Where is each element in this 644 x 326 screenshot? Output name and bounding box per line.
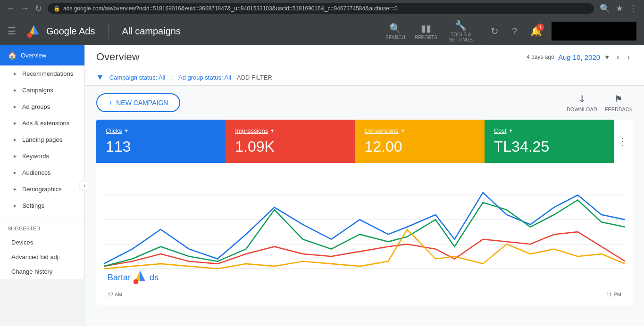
- hamburger-menu[interactable]: ☰: [8, 25, 16, 37]
- bookmark-icon[interactable]: ★: [614, 1, 625, 16]
- sidebar-container: 🏠 Overview ► Recommendations ► Campaigns…: [0, 45, 85, 326]
- download-label: DOWNLOAD: [567, 106, 597, 112]
- app-body: 🏠 Overview ► Recommendations ► Campaigns…: [0, 45, 644, 326]
- account-block[interactable]: [552, 22, 636, 41]
- more-options-icon[interactable]: ⋮: [618, 136, 627, 147]
- forward-button[interactable]: →: [19, 2, 31, 16]
- download-button[interactable]: ⇓ DOWNLOAD: [567, 93, 597, 112]
- sidebar-item-change-history[interactable]: Change history: [0, 264, 84, 279]
- metric-card-conversions[interactable]: Conversions ▼ 12.00: [355, 120, 485, 163]
- feedback-button[interactable]: ⚑ FEEDBACK: [605, 93, 633, 112]
- sidebar-item-ad-groups[interactable]: ► Ad groups: [0, 98, 84, 115]
- ad-group-status-value: All: [225, 74, 231, 81]
- clicks-label: Clicks: [106, 127, 122, 134]
- sidebar-item-keywords[interactable]: ► Keywords: [0, 148, 84, 164]
- impressions-dropdown-icon[interactable]: ▼: [270, 128, 275, 133]
- sidebar-item-audiences[interactable]: ► Audiences: [0, 164, 84, 181]
- tools-tool[interactable]: 🔧 TOOLS & SETTINGS: [447, 20, 475, 42]
- arrow-icon: ►: [13, 137, 17, 142]
- sidebar-collapse-button[interactable]: ›: [79, 180, 90, 191]
- add-filter-button[interactable]: ADD FILTER: [237, 74, 272, 81]
- address-bar[interactable]: 🔒 ads.google.com/aw/overview?ocid=518169…: [48, 3, 594, 14]
- conversions-dropdown-icon[interactable]: ▼: [401, 128, 405, 133]
- cost-dropdown-icon[interactable]: ▼: [508, 128, 513, 133]
- sidebar-label-campaigns: Campaigns: [22, 87, 53, 94]
- watermark: Bartar ds: [108, 269, 159, 286]
- back-button[interactable]: ←: [5, 2, 17, 16]
- tools-label: TOOLS & SETTINGS: [447, 32, 475, 42]
- clicks-header: Clicks ▼: [106, 127, 216, 134]
- refresh-button[interactable]: ↻: [33, 1, 44, 16]
- start-time-label: 12 AM: [108, 292, 122, 297]
- feedback-label: FEEDBACK: [605, 106, 633, 112]
- notification-badge: 1: [536, 24, 544, 31]
- date-dropdown-button[interactable]: ▼: [604, 54, 610, 61]
- campaign-status-value: All: [159, 74, 165, 81]
- cost-label: Cost: [494, 127, 507, 134]
- reports-tool[interactable]: ▮▮ REPORTS: [415, 23, 437, 40]
- sidebar-item-ads-extensions[interactable]: ► Ads & extensions: [0, 115, 84, 131]
- browser-bar: ← → ↻ 🔒 ads.google.com/aw/overview?ocid=…: [0, 0, 644, 17]
- conversions-header: Conversions ▼: [365, 127, 475, 134]
- sidebar-item-campaigns[interactable]: ► Campaigns: [0, 82, 84, 98]
- sidebar-item-advanced-bid[interactable]: Advanced bid adj.: [0, 250, 84, 264]
- action-right: ⇓ DOWNLOAD ⚑ FEEDBACK: [567, 93, 633, 112]
- notifications-button[interactable]: 🔔 1: [527, 22, 546, 41]
- sidebar-item-recommendations[interactable]: ► Recommendations: [0, 65, 84, 82]
- nav-divider: [108, 24, 109, 39]
- ad-group-status-filter[interactable]: Ad group status: All: [178, 74, 231, 81]
- refresh-nav-button[interactable]: ↻: [487, 22, 502, 41]
- browser-actions[interactable]: 🔍 ★ ⋮: [598, 1, 639, 16]
- new-campaign-button[interactable]: + NEW CAMPAIGN: [96, 93, 180, 112]
- watermark-text-2: ds: [150, 273, 159, 283]
- performance-chart: [104, 171, 625, 288]
- download-icon: ⇓: [578, 93, 586, 105]
- brand-name: Google Ads: [46, 26, 95, 37]
- sidebar-item-settings[interactable]: ► Settings: [0, 197, 84, 214]
- plus-icon: +: [109, 99, 112, 106]
- metrics-container: Clicks ▼ 113 Impressions ▼ 1.09K: [96, 120, 633, 305]
- reports-tool-icon: ▮▮: [421, 23, 431, 34]
- help-button[interactable]: ?: [508, 22, 521, 41]
- next-date-button[interactable]: ›: [624, 51, 633, 63]
- main-content: Overview 4 days ago Aug 10, 2020 ▼ ‹ › ▼…: [85, 45, 644, 326]
- arrow-icon: ►: [13, 203, 17, 208]
- sidebar-label-devices: Devices: [11, 239, 33, 246]
- content-area: + NEW CAMPAIGN ⇓ DOWNLOAD ⚑ FEEDBACK: [85, 86, 644, 314]
- svg-marker-2: [34, 25, 39, 34]
- arrow-icon: ►: [13, 121, 17, 126]
- clicks-dropdown-icon[interactable]: ▼: [124, 128, 129, 133]
- sidebar-item-demographics[interactable]: ► Demographics: [0, 181, 84, 197]
- metric-card-cost[interactable]: Cost ▼ TL34.25: [485, 120, 614, 163]
- end-time-label: 11 PM: [606, 292, 621, 297]
- sidebar-label-recommendations: Recommendations: [22, 70, 73, 77]
- top-nav: ☰ Google Ads All campaigns 🔍 SEARCH ▮▮ R…: [0, 17, 644, 45]
- page-title-nav: All campaigns: [122, 26, 380, 37]
- cost-header: Cost ▼: [494, 127, 604, 134]
- date-nav: 4 days ago Aug 10, 2020 ▼ ‹ ›: [527, 51, 633, 63]
- search-browser-icon[interactable]: 🔍: [598, 1, 612, 16]
- conversions-label: Conversions: [365, 127, 399, 134]
- sidebar-item-overview[interactable]: 🏠 Overview: [0, 45, 84, 65]
- menu-icon[interactable]: ⋮: [627, 1, 639, 16]
- search-tool-label: SEARCH: [385, 35, 405, 40]
- impressions-label: Impressions: [235, 127, 268, 134]
- filter-separator: ;: [171, 74, 173, 81]
- browser-nav[interactable]: ← → ↻: [5, 1, 44, 16]
- google-ads-logo: [25, 23, 42, 40]
- logo: Google Ads: [25, 23, 95, 40]
- metric-card-clicks[interactable]: Clicks ▼ 113: [96, 120, 226, 163]
- prev-date-button[interactable]: ‹: [614, 51, 622, 63]
- watermark-text: Bartar: [108, 273, 131, 283]
- nav-tools: 🔍 SEARCH ▮▮ REPORTS 🔧 TOOLS & SETTINGS: [385, 20, 475, 42]
- arrow-icon: ►: [13, 170, 17, 175]
- search-tool[interactable]: 🔍 SEARCH: [385, 23, 405, 40]
- sidebar-item-devices[interactable]: Devices: [0, 235, 84, 250]
- campaign-status-filter[interactable]: Campaign status: All: [109, 74, 166, 81]
- metric-card-impressions[interactable]: Impressions ▼ 1.09K: [226, 120, 355, 163]
- nav-separator: [481, 22, 481, 41]
- feedback-icon: ⚑: [614, 93, 623, 105]
- home-icon: 🏠: [8, 51, 17, 60]
- sidebar-item-landing-pages[interactable]: ► Landing pages: [0, 131, 84, 148]
- sidebar-label-settings: Settings: [22, 202, 44, 209]
